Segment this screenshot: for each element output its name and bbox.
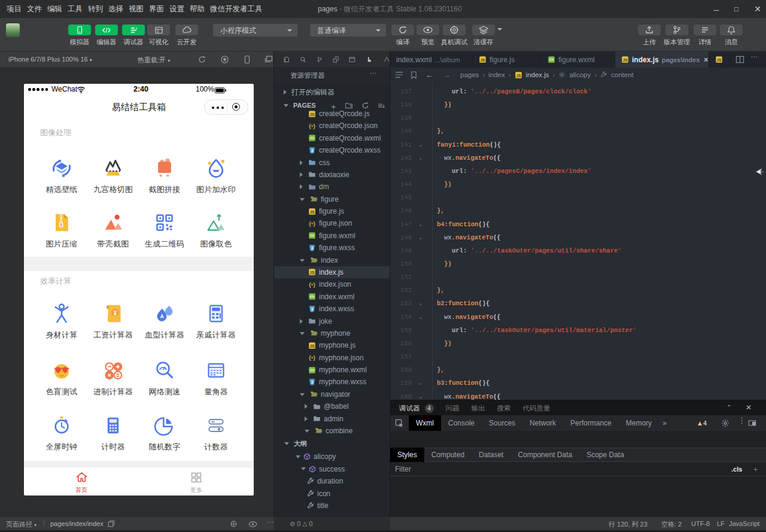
svg-text:JS: JS: [309, 112, 315, 116]
svg-text:<>: <>: [310, 295, 315, 299]
svg-text:JS: JS: [622, 58, 628, 62]
svg-text:{•}: {•}: [309, 281, 315, 288]
svg-text:JS: JS: [716, 58, 722, 62]
svg-text:3: 3: [311, 380, 314, 384]
svg-text:JS: JS: [309, 209, 315, 214]
svg-text:<>: <>: [310, 136, 315, 141]
svg-text:JS: JS: [480, 58, 485, 62]
svg-text:<>: <>: [549, 57, 554, 62]
svg-text:{•}: {•}: [309, 123, 315, 129]
svg-text:JS: JS: [309, 343, 315, 348]
svg-text:<>: <>: [310, 368, 315, 372]
svg-text:JS: JS: [516, 73, 521, 77]
svg-text:<>: <>: [310, 234, 315, 238]
svg-text:3: 3: [311, 307, 314, 311]
svg-text:3: 3: [311, 246, 314, 250]
svg-text:3: 3: [311, 148, 314, 153]
svg-text:{•}: {•}: [309, 220, 315, 227]
svg-text:JS: JS: [309, 270, 315, 275]
svg-text:{•}: {•}: [309, 354, 315, 361]
